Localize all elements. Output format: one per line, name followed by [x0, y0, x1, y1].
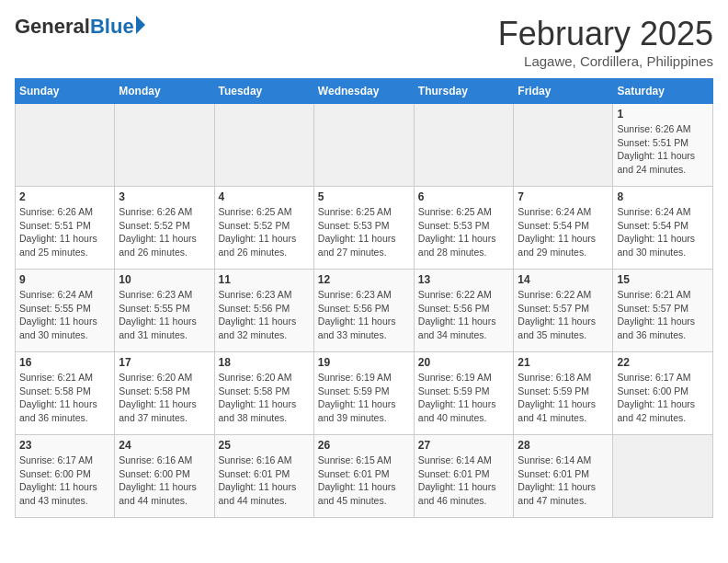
calendar-cell: 19Sunrise: 6:19 AM Sunset: 5:59 PM Dayli… [313, 352, 414, 435]
calendar-cell: 4Sunrise: 6:25 AM Sunset: 5:52 PM Daylig… [214, 187, 313, 270]
day-info: Sunrise: 6:19 AM Sunset: 5:59 PM Dayligh… [418, 371, 510, 425]
calendar-cell: 10Sunrise: 6:23 AM Sunset: 5:55 PM Dayli… [115, 270, 214, 352]
location: Lagawe, Cordillera, Philippines [498, 53, 713, 69]
calendar-cell: 16Sunrise: 6:21 AM Sunset: 5:58 PM Dayli… [16, 352, 115, 435]
calendar-cell: 2Sunrise: 6:26 AM Sunset: 5:51 PM Daylig… [16, 187, 115, 270]
day-info: Sunrise: 6:24 AM Sunset: 5:54 PM Dayligh… [518, 205, 609, 259]
calendar-cell: 25Sunrise: 6:16 AM Sunset: 6:01 PM Dayli… [214, 435, 313, 518]
day-number: 2 [19, 190, 110, 203]
calendar-cell: 12Sunrise: 6:23 AM Sunset: 5:56 PM Dayli… [313, 270, 414, 352]
calendar-cell: 26Sunrise: 6:15 AM Sunset: 6:01 PM Dayli… [313, 435, 414, 518]
calendar-cell: 27Sunrise: 6:14 AM Sunset: 6:01 PM Dayli… [414, 435, 514, 518]
day-info: Sunrise: 6:25 AM Sunset: 5:53 PM Dayligh… [318, 205, 410, 259]
day-number: 16 [19, 356, 110, 369]
day-info: Sunrise: 6:26 AM Sunset: 5:51 PM Dayligh… [617, 122, 709, 177]
day-info: Sunrise: 6:23 AM Sunset: 5:55 PM Dayligh… [119, 288, 210, 342]
logo: General Blue [15, 15, 145, 39]
day-number: 4 [219, 190, 310, 203]
day-info: Sunrise: 6:17 AM Sunset: 6:00 PM Dayligh… [617, 371, 709, 425]
calendar-cell: 20Sunrise: 6:19 AM Sunset: 5:59 PM Dayli… [414, 352, 514, 435]
day-number: 19 [318, 356, 410, 369]
calendar-cell: 5Sunrise: 6:25 AM Sunset: 5:53 PM Daylig… [313, 187, 414, 270]
day-number: 20 [418, 356, 510, 369]
day-info: Sunrise: 6:25 AM Sunset: 5:53 PM Dayligh… [418, 205, 510, 259]
day-info: Sunrise: 6:14 AM Sunset: 6:01 PM Dayligh… [418, 454, 510, 508]
day-number: 9 [19, 273, 110, 286]
day-number: 22 [617, 356, 709, 369]
page-header: General Blue February 2025 Lagawe, Cordi… [15, 15, 713, 69]
calendar-cell [16, 104, 115, 187]
calendar-cell: 1Sunrise: 6:26 AM Sunset: 5:51 PM Daylig… [613, 104, 713, 187]
day-number: 23 [19, 439, 110, 452]
calendar-cell: 8Sunrise: 6:24 AM Sunset: 5:54 PM Daylig… [613, 187, 713, 270]
calendar-cell: 3Sunrise: 6:26 AM Sunset: 5:52 PM Daylig… [115, 187, 214, 270]
day-number: 3 [119, 190, 210, 203]
calendar-cell: 9Sunrise: 6:24 AM Sunset: 5:55 PM Daylig… [16, 270, 115, 352]
day-number: 17 [119, 356, 210, 369]
day-info: Sunrise: 6:20 AM Sunset: 5:58 PM Dayligh… [219, 371, 310, 425]
month-title: February 2025 [498, 15, 713, 53]
calendar-week-row: 16Sunrise: 6:21 AM Sunset: 5:58 PM Dayli… [16, 352, 713, 435]
calendar-cell [414, 104, 514, 187]
day-number: 18 [219, 356, 310, 369]
calendar-cell: 28Sunrise: 6:14 AM Sunset: 6:01 PM Dayli… [514, 435, 613, 518]
day-number: 27 [418, 439, 510, 452]
day-info: Sunrise: 6:23 AM Sunset: 5:56 PM Dayligh… [318, 288, 410, 342]
day-info: Sunrise: 6:24 AM Sunset: 5:55 PM Dayligh… [19, 288, 110, 342]
day-info: Sunrise: 6:20 AM Sunset: 5:58 PM Dayligh… [119, 371, 210, 425]
calendar-day-header: Thursday [414, 79, 514, 104]
calendar-cell [313, 104, 414, 187]
calendar-day-header: Wednesday [313, 79, 414, 104]
calendar-cell: 21Sunrise: 6:18 AM Sunset: 5:59 PM Dayli… [514, 352, 613, 435]
logo-blue: Blue [90, 15, 134, 39]
logo-triangle-icon [136, 16, 145, 34]
title-block: February 2025 Lagawe, Cordillera, Philip… [498, 15, 713, 69]
day-number: 28 [518, 439, 609, 452]
day-number: 13 [418, 273, 510, 286]
calendar-cell: 6Sunrise: 6:25 AM Sunset: 5:53 PM Daylig… [414, 187, 514, 270]
calendar-cell: 11Sunrise: 6:23 AM Sunset: 5:56 PM Dayli… [214, 270, 313, 352]
day-info: Sunrise: 6:21 AM Sunset: 5:57 PM Dayligh… [617, 288, 709, 342]
calendar-body: 1Sunrise: 6:26 AM Sunset: 5:51 PM Daylig… [16, 104, 713, 518]
calendar-cell [613, 435, 713, 518]
day-number: 21 [518, 356, 609, 369]
calendar-header-row: SundayMondayTuesdayWednesdayThursdayFrid… [16, 79, 713, 104]
calendar-cell: 24Sunrise: 6:16 AM Sunset: 6:00 PM Dayli… [115, 435, 214, 518]
day-info: Sunrise: 6:16 AM Sunset: 6:00 PM Dayligh… [119, 454, 210, 508]
day-info: Sunrise: 6:21 AM Sunset: 5:58 PM Dayligh… [19, 371, 110, 425]
calendar-cell [514, 104, 613, 187]
calendar-day-header: Sunday [16, 79, 115, 104]
calendar-week-row: 1Sunrise: 6:26 AM Sunset: 5:51 PM Daylig… [16, 104, 713, 187]
day-number: 14 [518, 273, 609, 286]
calendar-day-header: Friday [514, 79, 613, 104]
day-number: 11 [219, 273, 310, 286]
calendar-cell [214, 104, 313, 187]
day-info: Sunrise: 6:26 AM Sunset: 5:52 PM Dayligh… [119, 205, 210, 259]
calendar-cell: 23Sunrise: 6:17 AM Sunset: 6:00 PM Dayli… [16, 435, 115, 518]
day-number: 24 [119, 439, 210, 452]
calendar-week-row: 2Sunrise: 6:26 AM Sunset: 5:51 PM Daylig… [16, 187, 713, 270]
day-info: Sunrise: 6:16 AM Sunset: 6:01 PM Dayligh… [219, 454, 310, 508]
day-info: Sunrise: 6:26 AM Sunset: 5:51 PM Dayligh… [19, 205, 110, 259]
day-number: 10 [119, 273, 210, 286]
day-info: Sunrise: 6:23 AM Sunset: 5:56 PM Dayligh… [219, 288, 310, 342]
day-info: Sunrise: 6:17 AM Sunset: 6:00 PM Dayligh… [19, 454, 110, 508]
calendar-cell [115, 104, 214, 187]
day-info: Sunrise: 6:19 AM Sunset: 5:59 PM Dayligh… [318, 371, 410, 425]
calendar-cell: 13Sunrise: 6:22 AM Sunset: 5:56 PM Dayli… [414, 270, 514, 352]
calendar-cell: 14Sunrise: 6:22 AM Sunset: 5:57 PM Dayli… [514, 270, 613, 352]
day-info: Sunrise: 6:22 AM Sunset: 5:57 PM Dayligh… [518, 288, 609, 342]
day-number: 6 [418, 190, 510, 203]
logo-general: General [15, 15, 90, 39]
calendar-table: SundayMondayTuesdayWednesdayThursdayFrid… [15, 78, 713, 518]
calendar-cell: 22Sunrise: 6:17 AM Sunset: 6:00 PM Dayli… [613, 352, 713, 435]
calendar-day-header: Saturday [613, 79, 713, 104]
calendar-week-row: 9Sunrise: 6:24 AM Sunset: 5:55 PM Daylig… [16, 270, 713, 352]
day-info: Sunrise: 6:14 AM Sunset: 6:01 PM Dayligh… [518, 454, 609, 508]
calendar-cell: 17Sunrise: 6:20 AM Sunset: 5:58 PM Dayli… [115, 352, 214, 435]
calendar-day-header: Monday [115, 79, 214, 104]
calendar-cell: 15Sunrise: 6:21 AM Sunset: 5:57 PM Dayli… [613, 270, 713, 352]
calendar-week-row: 23Sunrise: 6:17 AM Sunset: 6:00 PM Dayli… [16, 435, 713, 518]
day-info: Sunrise: 6:25 AM Sunset: 5:52 PM Dayligh… [219, 205, 310, 259]
day-info: Sunrise: 6:18 AM Sunset: 5:59 PM Dayligh… [518, 371, 609, 425]
